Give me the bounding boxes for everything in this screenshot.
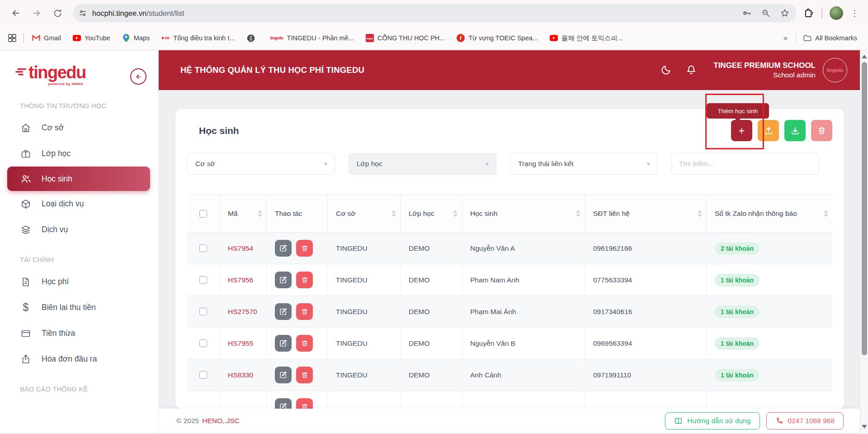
table-actions: + [731,120,832,141]
maps-pin-icon [122,34,130,42]
delete-row-button[interactable] [296,335,313,352]
sidebar-item-co-so[interactable]: Cơ sở [0,115,158,141]
extensions-icon[interactable] [803,8,814,19]
card-icon [20,328,32,339]
edit-row-button[interactable] [275,335,292,352]
student-code: HS7955 [220,328,267,359]
url-bar[interactable]: hocphi.tingee.vn/student/list [73,4,796,22]
header-sdt[interactable]: SĐT liên hệ [585,195,707,232]
row-checkbox[interactable] [199,371,207,379]
bookmark-census[interactable]: Tổng điều tra kinh t... [161,34,235,42]
row-checkbox[interactable] [199,244,207,252]
delete-row-button[interactable] [296,303,313,320]
export-download-button[interactable] [784,120,806,141]
user-guide-button[interactable]: Hướng dẫn sử dụng [665,412,760,429]
folder-icon [803,34,811,42]
header-co-so[interactable]: Cơ sở [328,195,401,232]
edit-row-button[interactable] [275,303,292,320]
all-bookmarks[interactable]: All Bookmarks [803,34,857,42]
table-row-partial [187,391,832,409]
search-input[interactable] [671,153,819,175]
select-all-checkbox[interactable] [199,210,207,218]
bookmark-maps[interactable]: Maps [122,34,150,42]
campus-cell: TINGEDU [328,296,401,327]
bookmark-tingedu[interactable]: tingedu TINGEDU - Phần mề... [270,34,354,42]
bulk-delete-button[interactable] [811,120,832,141]
table-header-row: Mã Thao tác Cơ sở Lớp học Học sinh SĐT l… [187,195,832,233]
delete-row-button[interactable] [296,367,313,383]
scroll-up-arrow[interactable] [862,55,867,58]
bookmark-youtube[interactable]: YouTube [73,34,110,42]
sidebar-item-tien-thua[interactable]: Tiền thừa [0,320,158,346]
sort-icon[interactable] [698,210,702,217]
bookmarks-bar: Gmail YouTube Maps Tổng điều tra kinh t.… [0,26,868,50]
row-checkbox[interactable] [199,276,207,284]
sort-icon[interactable] [576,210,580,217]
bookmark-korean-toeic[interactable]: 올해 안에 토익스피... [550,34,623,43]
back-button[interactable] [8,5,24,21]
sidebar-collapse-button[interactable] [130,68,146,85]
browser-menu-icon[interactable]: ⋮ [850,8,859,19]
sort-icon[interactable] [258,210,262,217]
row-checkbox[interactable] [199,308,207,315]
edit-row-button[interactable] [275,240,292,257]
campus-filter-select[interactable]: Cơ sở ˅ [187,153,335,175]
class-cell: DEMO [401,359,462,391]
bookmark-cong-thu[interactable]: tingee CỔNG THU HỌC PH... [366,34,445,42]
sidebar-item-hoa-don[interactable]: Hóa đơn đầu ra [0,346,158,372]
forward-button[interactable] [29,5,44,21]
delete-row-button[interactable] [296,240,313,257]
school-avatar[interactable]: tingedu [823,58,847,82]
bookmark-gmail[interactable]: Gmail [32,34,61,42]
class-filter-select[interactable]: Lớp học ˅ [349,153,496,175]
sort-icon[interactable] [392,210,396,217]
app-title: HỆ THỐNG QUẢN LÝ THU HỌC PHÍ TINGEDU [180,65,364,75]
sidebar-item-lop-hoc[interactable]: Lớp học [0,141,158,167]
dark-mode-moon-icon[interactable] [659,63,673,77]
table-row: HS8330 TINGEDU [187,359,832,391]
page-scrollbar[interactable] [860,50,868,433]
apps-grid-icon[interactable] [8,34,16,42]
sidebar-item-loai-dich-vu[interactable]: Loại dịch vụ [0,191,158,217]
sidebar-item-bien-lai[interactable]: $ Biên lai thu tiền [0,295,158,320]
sort-icon[interactable] [453,210,458,217]
zoom-out-icon[interactable] [761,8,771,18]
sidebar-item-hoc-phi[interactable]: Học phí [0,269,158,295]
add-student-button[interactable]: + [731,120,752,141]
scrollbar-thumb[interactable] [862,62,867,355]
password-key-icon[interactable] [742,8,752,18]
import-button[interactable] [758,120,779,141]
header-ma[interactable]: Mã [220,195,267,232]
header-lop-hoc[interactable]: Lớp học [401,195,462,232]
row-checkbox[interactable] [199,339,207,347]
notifications-bell-icon[interactable] [684,63,698,77]
bookmark-toeic[interactable]: Từ vựng TOEIC Spea... [457,34,538,42]
edit-row-button[interactable] [275,398,292,409]
header-hoc-sinh[interactable]: Học sinh [462,195,585,232]
bookmark-star-icon[interactable] [780,8,790,18]
company-link[interactable]: HENO,.JSC [202,417,240,425]
header-zalo[interactable]: Số tk Zalo nhận thông báo [707,195,832,232]
scroll-down-arrow[interactable] [862,425,867,429]
edit-row-button[interactable] [275,367,292,383]
sidebar-item-dich-vu[interactable]: Dịch vụ [0,217,158,243]
reload-button[interactable] [50,5,65,21]
logo-subtext: powered by HENO [15,82,83,86]
delete-row-button[interactable] [296,398,313,409]
site-settings-icon[interactable] [79,9,87,17]
sort-icon[interactable] [824,210,828,217]
hotline-button[interactable]: 0247 1088 968 [766,412,844,429]
bookmarks-separator [24,33,24,43]
phone-cell: 0961962166 [585,233,707,264]
table-row: HS27570 TINGED [187,296,832,328]
bookmark-globe[interactable] [247,34,259,42]
bookmarks-overflow-icon[interactable]: » [783,33,788,43]
sidebar-item-hoc-sinh[interactable]: Học sinh [7,167,150,191]
edit-row-button[interactable] [275,272,292,288]
delete-row-button[interactable] [296,272,313,288]
student-name-cell: Phạm Mai Ánh [462,296,585,327]
browser-profile-avatar[interactable] [830,6,843,20]
student-code: HS7956 [220,264,267,296]
link-status-filter-select[interactable]: Trạng thái liên kết ˅ [510,153,658,175]
toeic-favicon [457,34,465,42]
